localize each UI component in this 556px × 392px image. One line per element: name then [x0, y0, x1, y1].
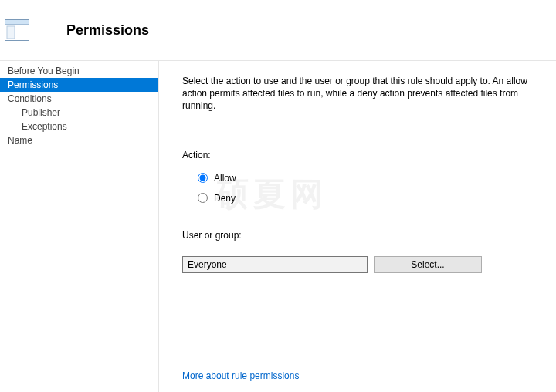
page-title: Permissions: [66, 22, 149, 39]
sidebar-item-before-you-begin[interactable]: Before You Begin: [0, 64, 158, 78]
radio-deny[interactable]: [198, 193, 208, 203]
more-about-link[interactable]: More about rule permissions: [182, 370, 533, 381]
svg-rect-1: [5, 20, 29, 25]
wizard-steps-sidebar: Before You Begin Permissions Conditions …: [0, 61, 159, 392]
sidebar-item-exceptions[interactable]: Exceptions: [0, 120, 158, 133]
description-text: Select the action to use and the user or…: [182, 75, 533, 113]
action-radio-group: Allow Deny: [198, 168, 533, 208]
svg-rect-3: [7, 26, 15, 39]
sidebar-item-conditions[interactable]: Conditions: [0, 92, 158, 106]
user-group-field[interactable]: [182, 256, 368, 273]
radio-allow-label[interactable]: Allow: [214, 173, 236, 184]
sidebar-item-publisher[interactable]: Publisher: [0, 106, 158, 120]
main-panel: Select the action to use and the user or…: [159, 61, 556, 392]
user-group-label: User or group:: [182, 230, 533, 241]
window-icon: [5, 19, 29, 41]
sidebar-item-permissions[interactable]: Permissions: [0, 78, 158, 92]
wizard-header: Permissions: [0, 0, 556, 60]
action-label: Action:: [182, 150, 533, 161]
radio-allow[interactable]: [198, 173, 208, 183]
radio-deny-label[interactable]: Deny: [214, 193, 236, 204]
select-button[interactable]: Select...: [374, 256, 482, 273]
sidebar-item-name[interactable]: Name: [0, 133, 158, 147]
